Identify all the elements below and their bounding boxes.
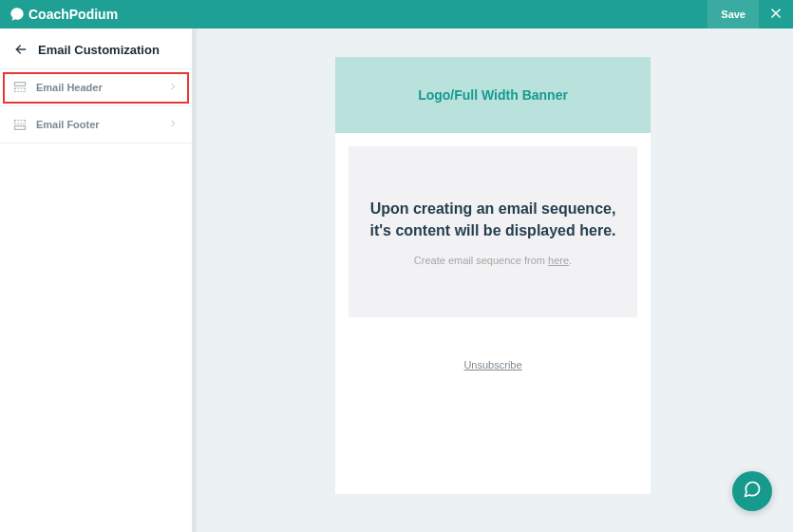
main: Email Customization Email Header	[0, 28, 793, 532]
sidebar: Email Customization Email Header	[0, 28, 193, 532]
sidebar-item-label: Email Header	[36, 82, 158, 93]
brand-logo-icon	[9, 7, 25, 22]
unsubscribe-link[interactable]: Unsubscribe	[463, 359, 521, 370]
body-sub-suffix: .	[569, 255, 572, 266]
body-heading: Upon creating an email sequence, it's co…	[366, 198, 620, 241]
close-button[interactable]	[759, 0, 793, 28]
body-subtext: Create email sequence from here.	[366, 255, 620, 266]
arrow-left-icon	[13, 42, 28, 57]
close-icon	[769, 7, 783, 23]
help-fab[interactable]	[732, 471, 772, 511]
email-footer: Unsubscribe	[335, 355, 651, 372]
brand: CoachPodium	[9, 7, 118, 22]
email-preview: Logo/Full Width Banner Upon creating an …	[335, 57, 651, 494]
brand-name: CoachPodium	[28, 7, 118, 22]
canvas: Logo/Full Width Banner Upon creating an …	[193, 28, 793, 532]
sidebar-title: Email Customization	[38, 43, 160, 57]
chevron-right-icon	[167, 79, 179, 96]
svg-rect-12	[14, 126, 25, 130]
chat-icon	[743, 480, 762, 503]
save-button[interactable]: Save	[708, 0, 759, 28]
create-sequence-link[interactable]: here	[548, 255, 569, 266]
section-footer-icon	[13, 118, 27, 131]
sidebar-item-label: Email Footer	[36, 119, 158, 130]
body-sub-prefix: Create email sequence from	[414, 255, 548, 266]
topbar-right: Save	[708, 0, 793, 28]
sidebar-item-email-header[interactable]: Email Header	[0, 69, 192, 106]
email-body-placeholder: Upon creating an email sequence, it's co…	[349, 146, 637, 317]
svg-rect-3	[14, 83, 25, 86]
sidebar-header: Email Customization	[0, 28, 192, 69]
email-banner[interactable]: Logo/Full Width Banner	[335, 57, 651, 133]
sidebar-item-email-footer[interactable]: Email Footer	[0, 106, 192, 143]
back-button[interactable]	[13, 42, 28, 57]
section-header-icon	[13, 81, 27, 94]
chevron-right-icon	[167, 116, 179, 133]
topbar: CoachPodium Save	[0, 0, 793, 28]
scroll-shadow	[193, 28, 198, 532]
